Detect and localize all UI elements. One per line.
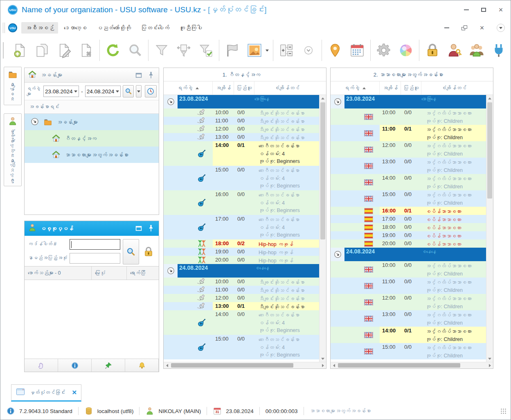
scroll-down-icon[interactable] bbox=[320, 355, 326, 362]
hand-button[interactable] bbox=[25, 359, 58, 372]
date-to-input[interactable]: 24.08.2024 bbox=[85, 86, 121, 97]
session-row[interactable]: 13:000/0သီချင်းဆိုသင်ခန်းစာ bbox=[164, 133, 319, 141]
vertical-scrollbar[interactable] bbox=[319, 95, 326, 362]
mdi-close-button[interactable]: × bbox=[479, 25, 485, 31]
refresh-button[interactable] bbox=[104, 41, 122, 59]
filter-button[interactable] bbox=[153, 41, 171, 59]
document-tab[interactable]: မှတ်ပုံတင်ခြင်း ✕ bbox=[11, 384, 81, 402]
flag-button[interactable] bbox=[223, 41, 241, 59]
horizontal-scroll-thumb[interactable] bbox=[171, 363, 293, 368]
group-expander-icon[interactable] bbox=[164, 95, 178, 108]
dock-tab-1[interactable]: ဖောက်သည်များအတွက်ရှာဖွေရေး bbox=[4, 113, 22, 186]
bell-button[interactable] bbox=[125, 359, 159, 372]
session-row[interactable]: 12:000/0အင်္ဂလိပ်ဘာသာစကားအုပ်စု: Childre… bbox=[331, 294, 486, 310]
info-button[interactable] bbox=[58, 359, 92, 372]
settings-gear-button[interactable] bbox=[375, 41, 393, 59]
rooms-clock-button[interactable] bbox=[145, 85, 157, 97]
horizontal-scroll-thumb[interactable] bbox=[338, 363, 460, 368]
menu-logo-icon[interactable]: USU bbox=[8, 23, 17, 32]
edit-button[interactable] bbox=[55, 41, 73, 59]
column-header-1[interactable]: အချိန် bbox=[380, 81, 401, 95]
resize-grip[interactable] bbox=[500, 408, 506, 414]
menu-drag-handle[interactable] bbox=[3, 23, 5, 33]
column-header-2[interactable]: ပြည်သူ bbox=[401, 81, 421, 95]
session-row[interactable]: 15:000/0တေးဂီတသင်ခန်းစာဝန်ထမ်း: 4အုပ်စု:… bbox=[164, 335, 319, 359]
session-row[interactable]: 20:000/0စပိန်ဘာသာစကား bbox=[331, 239, 486, 248]
session-row[interactable]: 13:000/1သီချင်းဆိုသင်ခန်းစာ bbox=[164, 302, 319, 310]
copy-button[interactable] bbox=[33, 41, 51, 59]
column-header-1[interactable]: အချိန် bbox=[213, 81, 234, 95]
group-expander-icon[interactable] bbox=[331, 95, 344, 108]
client-pin-icon[interactable] bbox=[146, 224, 155, 233]
date-from-dropdown-icon[interactable] bbox=[74, 90, 77, 93]
session-row[interactable]: 11:000/1အင်္ဂလိပ်ဘာသာစကားအုပ်စု: Childre… bbox=[331, 125, 486, 141]
search-button[interactable] bbox=[126, 41, 144, 59]
session-row[interactable]: 14:000/0တေးဂီတသင်ခန်းစာဝန်ထမ်း: 4အုပ်စု:… bbox=[164, 310, 319, 335]
vertical-scroll-thumb[interactable] bbox=[320, 102, 325, 239]
image-picker-dropdown-icon[interactable] bbox=[266, 50, 269, 52]
client-search-button[interactable] bbox=[123, 239, 139, 264]
lock-icon[interactable] bbox=[142, 239, 155, 264]
session-row[interactable]: 15:000/0အင်္ဂလိပ်ဘာသာစကားအုပ်စု: Childre… bbox=[331, 190, 486, 207]
tree-expander-icon[interactable] bbox=[30, 117, 39, 127]
schedule-group-row[interactable]: 23.08.2024သောကြာနေ့ bbox=[331, 95, 486, 108]
session-row[interactable]: 18:000/0စပိန်ဘာသာစကား bbox=[331, 223, 486, 231]
users-button[interactable] bbox=[468, 41, 486, 59]
tree-item-1[interactable]: ဂီတနှင့်အက bbox=[25, 130, 159, 147]
rooms-maximize-icon[interactable] bbox=[134, 71, 143, 80]
menu-item-4[interactable]: ကူညီကြပါ bbox=[175, 22, 206, 34]
counter-button[interactable] bbox=[277, 41, 295, 59]
plug-button[interactable] bbox=[490, 41, 508, 59]
close-button[interactable]: × bbox=[497, 7, 504, 13]
session-row[interactable]: 15:000/0အင်္ဂလိပ်ဘာသာစကားအုပ်စု: Childre… bbox=[331, 343, 486, 359]
session-row[interactable]: 19:000/0စပိန်ဘာသာစကား bbox=[331, 231, 486, 239]
schedule-group-row[interactable]: 24.08.2024စနေနေ့ bbox=[164, 264, 319, 278]
filter-check-button[interactable] bbox=[197, 41, 215, 59]
client-column-header-0[interactable]: ဖောက်သည်များ - 0 bbox=[25, 266, 92, 280]
menu-overflow-chevron-icon[interactable] bbox=[497, 24, 505, 32]
rooms-pin-icon[interactable] bbox=[146, 71, 155, 80]
client-column-header-2[interactable]: ရောက်ပြီ bbox=[127, 266, 159, 280]
mdi-restore-button[interactable] bbox=[461, 25, 467, 30]
client-maximize-icon[interactable] bbox=[134, 224, 143, 233]
group-expander-icon[interactable] bbox=[331, 248, 344, 261]
client-table-body[interactable] bbox=[25, 280, 159, 359]
schedule-group-row[interactable]: 24.08.2024စနေနေ့ bbox=[331, 248, 486, 261]
delete-button[interactable] bbox=[77, 41, 95, 59]
menu-item-0[interactable]: အစီအစဉ် bbox=[21, 22, 58, 34]
maximize-button[interactable] bbox=[480, 7, 487, 13]
session-row[interactable]: 12:000/0သီချင်းဆိုသင်ခန်းစာ bbox=[164, 125, 319, 133]
scroll-up-icon[interactable] bbox=[320, 95, 326, 102]
scroll-up-icon[interactable] bbox=[486, 95, 493, 102]
rooms-search-button[interactable] bbox=[123, 85, 134, 97]
session-row[interactable]: 14:000/1အင်္ဂလိပ်ဘာသာစကားအုပ်စု: Childre… bbox=[331, 327, 486, 343]
session-row[interactable]: 18:000/2Hip-hop ကခုန် bbox=[164, 239, 319, 248]
menu-item-2[interactable]: ပညတ်တော်တို့ကို bbox=[92, 22, 135, 34]
session-row[interactable]: 15:000/0တေးဂီတသင်ခန်းစာဝန်ထမ်း: 4အုပ်စု:… bbox=[164, 166, 319, 190]
session-row[interactable]: 13:000/0အင်္ဂလိပ်ဘာသာစကားအုပ်စု: Childre… bbox=[331, 158, 486, 174]
date-from-input[interactable]: 23.08.2024 bbox=[43, 86, 79, 97]
schedule-group-row[interactable]: 23.08.2024သောကြာနေ့ bbox=[164, 95, 319, 108]
color-wheel-button[interactable] bbox=[397, 41, 415, 59]
vertical-scroll-thumb[interactable] bbox=[487, 102, 492, 199]
session-row[interactable]: 16:000/0တေးဂီတသင်ခန်းစာဝန်ထမ်း: 4အုပ်စု:… bbox=[164, 190, 319, 215]
scroll-right-icon[interactable] bbox=[320, 364, 326, 367]
scroll-left-icon[interactable] bbox=[331, 364, 337, 367]
tree-item-2[interactable]: ဘာသာစကားများအတွက်အခန်းစား bbox=[25, 147, 159, 163]
scroll-left-icon[interactable] bbox=[164, 364, 170, 367]
calendar-button[interactable] bbox=[348, 41, 366, 59]
horizontal-scrollbar[interactable] bbox=[164, 362, 326, 368]
user-key-button[interactable] bbox=[446, 41, 464, 59]
horizontal-scrollbar[interactable] bbox=[331, 362, 493, 368]
column-header-3[interactable]: စံချိန်တင် bbox=[254, 81, 319, 95]
overflow-chevron-button[interactable] bbox=[299, 41, 317, 59]
session-row[interactable]: 16:000/1စပိန်ဘာသာစကား bbox=[331, 207, 486, 215]
vertical-scrollbar[interactable] bbox=[486, 95, 493, 362]
session-row[interactable]: 13:000/0အင်္ဂလိပ်ဘာသာစကားအုပ်စု: Childre… bbox=[331, 310, 486, 327]
menu-item-3[interactable]: ပြတင်းပေါက် bbox=[137, 22, 173, 34]
session-row[interactable]: 20:000/0Hip-hop ကခုန် bbox=[164, 256, 319, 264]
date-to-dropdown-icon[interactable] bbox=[116, 90, 119, 93]
location-pin-button[interactable] bbox=[326, 41, 344, 59]
document-tab-close-icon[interactable]: ✕ bbox=[72, 389, 77, 396]
scroll-right-icon[interactable] bbox=[486, 364, 493, 367]
